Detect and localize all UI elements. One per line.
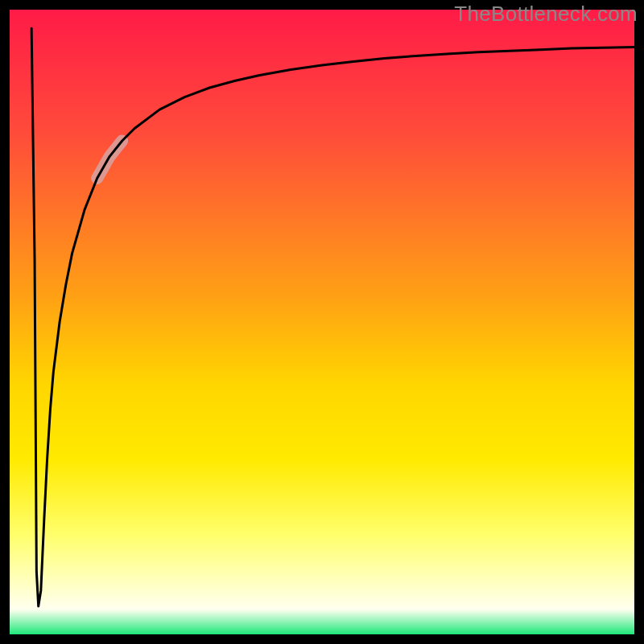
source-watermark: TheBottleneck.com — [454, 2, 638, 27]
chart-container: TheBottleneck.com — [0, 0, 644, 644]
plot-area — [5, 5, 639, 639]
bottleneck-chart — [0, 0, 644, 644]
gradient-background — [10, 10, 634, 634]
